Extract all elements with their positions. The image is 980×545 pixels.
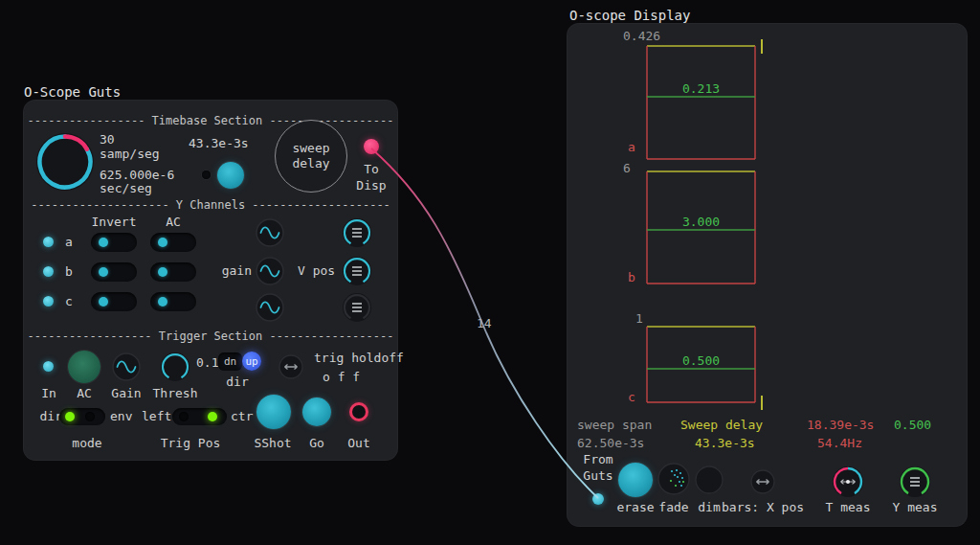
ymeas-label: Y meas — [891, 501, 939, 514]
trace-c-measure-value: 0.500 — [647, 354, 755, 368]
sweep-delay-value: 43.3e-3s — [189, 137, 249, 150]
from-guts-label: From Guts — [581, 451, 615, 484]
mode-env-label: env — [110, 410, 132, 423]
vpos-knob-b[interactable] — [342, 256, 372, 286]
to-disp-label: To Disp — [350, 161, 392, 193]
sweep-delay-knob-label: sweep delay — [287, 141, 335, 171]
oscope-display-module[interactable]: 0.426 0.213 a 6 3.000 b 1 0.500 c sweep … — [568, 24, 967, 526]
toggle-dot — [99, 297, 108, 307]
trigger-out-port[interactable] — [349, 402, 368, 421]
trig-holdoff-knob[interactable] — [278, 354, 303, 379]
channel-b-label: b — [62, 265, 76, 279]
vpos-knob-c[interactable] — [342, 292, 372, 323]
dim-knob[interactable] — [695, 466, 724, 494]
samp-per-seg-unit: samp/seg — [100, 148, 160, 161]
trigger-ac-knob[interactable] — [68, 351, 100, 383]
channel-a-label: a — [62, 236, 76, 249]
gain-knob-a[interactable] — [256, 218, 284, 247]
mode-toggle[interactable] — [59, 408, 105, 425]
toggle-dot — [158, 238, 167, 247]
fade-dots-icon — [657, 463, 690, 495]
toggle-dot — [99, 238, 108, 247]
scope-graph — [568, 24, 967, 417]
ymeas-readout-value: 0.500 — [894, 419, 931, 432]
sweep-delay-trim-knob[interactable] — [217, 162, 244, 189]
channel-c-ac-toggle[interactable] — [150, 292, 196, 311]
channel-a-port[interactable] — [43, 237, 54, 247]
sec-per-seg-value: 625.000e-6 — [100, 169, 174, 182]
erase-label: erase — [612, 501, 658, 514]
trigger-dir-dn-button[interactable]: dn — [218, 352, 242, 371]
sweep-delay-big-knob[interactable]: sweep delay — [275, 120, 347, 193]
go-button[interactable] — [302, 397, 331, 426]
trig-holdoff-label: trig holdoff — [314, 352, 404, 365]
mode-label: mode — [64, 437, 110, 450]
trace-b-scale-value: 6 — [623, 162, 631, 175]
go-label: Go — [301, 437, 332, 450]
timebase-knob-ring-icon — [35, 132, 95, 192]
channel-b-invert-toggle[interactable] — [91, 262, 137, 282]
tmeas-knob-icon — [832, 466, 864, 498]
trigger-section-header: ------------------ Trigger Section -----… — [24, 329, 397, 343]
arrow-lr-icon — [750, 469, 775, 494]
trigger-dir-up-button[interactable]: up — [242, 352, 261, 371]
patcher-canvas: O-Scope Guts O-scope Display -----------… — [0, 0, 980, 545]
toggle-dot-off — [85, 412, 95, 421]
sshot-button[interactable] — [256, 395, 291, 429]
bars-xpos-knob[interactable] — [750, 469, 775, 494]
sec-per-seg-unit: sec/seg — [100, 182, 152, 195]
channel-b-port[interactable] — [43, 266, 54, 277]
channel-a-invert-toggle[interactable] — [91, 233, 137, 252]
trigger-in-port[interactable] — [43, 361, 54, 372]
trigpos-left-label: left — [142, 410, 171, 423]
trigger-in-label: In — [35, 387, 62, 400]
sweep-span-label: sweep span — [577, 419, 652, 432]
oscope-guts-module[interactable]: ----------------- Timebase Section -----… — [24, 101, 397, 460]
ac-column-label: AC — [150, 216, 196, 229]
vpos-knob-a[interactable] — [342, 217, 372, 248]
timebase-section-header: ----------------- Timebase Section -----… — [24, 114, 397, 127]
samp-per-seg-value: 30 — [100, 133, 115, 147]
toggle-dot-off — [179, 412, 189, 421]
trigger-dir-label: dir — [221, 375, 254, 389]
channel-b-ac-toggle[interactable] — [150, 262, 196, 282]
freq-readout-value: 54.4Hz — [817, 437, 862, 450]
tmeas-knob[interactable] — [832, 466, 864, 498]
trigger-thresh-knob[interactable] — [160, 352, 190, 382]
thresh-label: Thresh — [147, 387, 203, 400]
thresh-knob-icon — [160, 352, 190, 382]
channel-c-port[interactable] — [43, 296, 54, 307]
gain-knob-b[interactable] — [256, 257, 284, 285]
ymeas-knob[interactable] — [899, 466, 931, 498]
sine-wave-icon — [256, 293, 284, 322]
trigger-gain-knob[interactable] — [112, 352, 141, 381]
fade-knob[interactable] — [657, 463, 690, 495]
trace-b-name: b — [628, 271, 635, 284]
toggle-dot — [158, 297, 167, 307]
from-guts-port[interactable] — [592, 493, 604, 505]
channel-a-ac-toggle[interactable] — [150, 233, 196, 252]
trigpos-ctr-label: ctr — [231, 410, 253, 423]
vpos-knob-icon — [342, 292, 372, 323]
bars-xpos-label: bars: X pos — [722, 501, 804, 514]
timebase-knob[interactable] — [35, 132, 95, 192]
arrow-lr-icon — [278, 354, 303, 379]
invert-column-label: Invert — [91, 216, 137, 229]
gain-knob-c[interactable] — [256, 293, 284, 322]
trigger-gain-label: Gain — [108, 387, 145, 400]
sweep-delay-mod-dot[interactable] — [202, 170, 211, 179]
display-module-title: O-scope Display — [569, 8, 690, 23]
erase-button[interactable] — [618, 463, 653, 497]
toggle-dot — [158, 267, 167, 277]
trace-a-measure-value: 0.213 — [647, 82, 755, 96]
to-disp-port[interactable] — [364, 139, 379, 154]
trace-a-frame — [647, 39, 762, 159]
sweep-delay-readout-value: 43.3e-3s — [695, 437, 755, 450]
tmeas-label: T meas — [824, 501, 872, 514]
trigpos-toggle[interactable] — [172, 408, 227, 425]
dim-label: dim — [695, 501, 724, 514]
toggle-dot-on — [65, 412, 75, 421]
guts-module-title: O-Scope Guts — [24, 84, 121, 100]
thresh-value: 0.1 — [196, 356, 218, 370]
channel-c-invert-toggle[interactable] — [91, 292, 137, 311]
